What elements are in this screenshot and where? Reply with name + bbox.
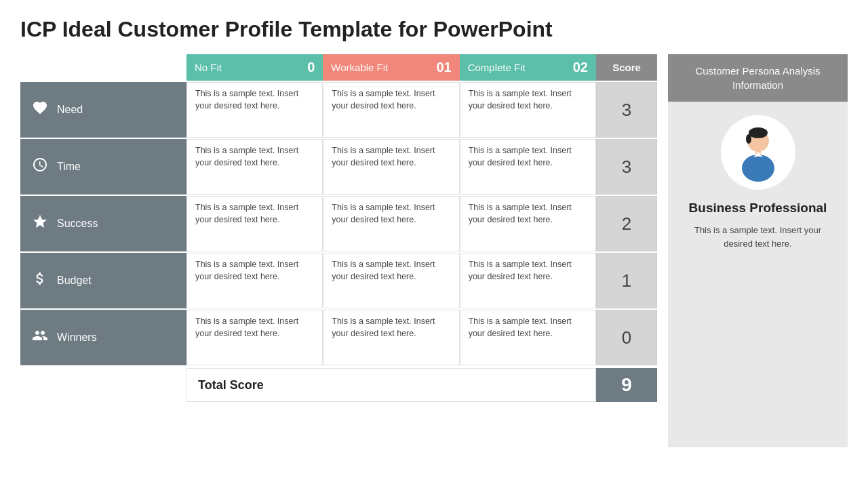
score-header: Score (596, 54, 657, 81)
complete-fit-cell[interactable]: This is a sample text. Insert your desir… (460, 196, 596, 251)
table-body: Need This is a sample text. Insert your … (20, 82, 657, 365)
row-label-budget: Budget (20, 253, 186, 308)
complete-fit-label: Complete Fit (468, 62, 526, 73)
persona-name: Business Professional (682, 201, 834, 216)
no-fit-cell[interactable]: This is a sample text. Insert your desir… (186, 253, 323, 308)
no-fit-cell[interactable]: This is a sample text. Insert your desir… (186, 310, 323, 365)
no-fit-num: 0 (307, 60, 315, 75)
avatar-svg (728, 122, 789, 183)
total-score: 9 (596, 368, 657, 402)
row-label-text: Winners (57, 331, 97, 344)
row-icon-winners (30, 327, 50, 348)
svg-point-3 (742, 155, 774, 182)
complete-fit-num: 02 (573, 60, 588, 75)
score-cell: 3 (596, 139, 657, 195)
header-empty-cell (20, 54, 186, 81)
total-empty-cell (20, 368, 186, 402)
table-row: Winners This is a sample text. Insert yo… (20, 310, 657, 365)
row-icon-time (30, 157, 50, 177)
workable-fit-num: 01 (436, 60, 451, 75)
no-fit-cell[interactable]: This is a sample text. Insert your desir… (186, 196, 323, 251)
row-icon-need (30, 100, 50, 120)
avatar (721, 115, 795, 190)
complete-fit-cell[interactable]: This is a sample text. Insert your desir… (460, 310, 596, 365)
total-label: Total Score (186, 368, 596, 402)
row-label-time: Time (20, 139, 186, 195)
row-icon-success (30, 214, 50, 234)
score-cell: 2 (596, 196, 657, 251)
persona-desc: This is a sample text. Insert your desir… (668, 224, 848, 250)
workable-fit-cell[interactable]: This is a sample text. Insert your desir… (323, 253, 459, 308)
right-panel: Customer Persona Analysis Information Bu… (668, 54, 848, 447)
score-cell: 0 (596, 310, 657, 365)
table-row: Success This is a sample text. Insert yo… (20, 196, 657, 251)
no-fit-cell[interactable]: This is a sample text. Insert your desir… (186, 82, 323, 138)
score-cell: 1 (596, 253, 657, 308)
svg-point-1 (749, 127, 768, 138)
table-row: Need This is a sample text. Insert your … (20, 82, 657, 138)
table-section: No Fit 0 Workable Fit 01 Complete Fit 02… (20, 54, 657, 402)
score-cell: 3 (596, 82, 657, 138)
main-layout: No Fit 0 Workable Fit 01 Complete Fit 02… (20, 54, 848, 447)
complete-fit-cell[interactable]: This is a sample text. Insert your desir… (460, 82, 596, 138)
score-label: Score (612, 62, 641, 73)
workable-fit-cell[interactable]: This is a sample text. Insert your desir… (323, 196, 459, 251)
row-label-success: Success (20, 196, 186, 251)
row-label-text: Need (57, 104, 83, 116)
workable-fit-cell[interactable]: This is a sample text. Insert your desir… (323, 82, 459, 138)
complete-fit-cell[interactable]: This is a sample text. Insert your desir… (460, 139, 596, 195)
page-title: ICP Ideal Customer Profile Template for … (20, 17, 848, 42)
workable-fit-label: Workable Fit (331, 62, 388, 73)
row-label-need: Need (20, 82, 186, 138)
workable-fit-cell[interactable]: This is a sample text. Insert your desir… (323, 310, 459, 365)
row-label-text: Success (57, 218, 98, 230)
total-row: Total Score 9 (20, 368, 657, 402)
table-row: Time This is a sample text. Insert your … (20, 139, 657, 195)
row-label-text: Budget (57, 274, 92, 287)
row-label-text: Time (57, 161, 81, 173)
panel-header: Customer Persona Analysis Information (668, 54, 848, 102)
svg-point-2 (746, 134, 751, 144)
no-fit-label: No Fit (195, 62, 222, 73)
row-label-winners: Winners (20, 310, 186, 365)
row-icon-budget (30, 270, 50, 291)
no-fit-header: No Fit 0 (186, 54, 323, 81)
workable-fit-cell[interactable]: This is a sample text. Insert your desir… (323, 139, 459, 195)
complete-fit-cell[interactable]: This is a sample text. Insert your desir… (460, 253, 596, 308)
table-header: No Fit 0 Workable Fit 01 Complete Fit 02… (20, 54, 657, 81)
complete-fit-header: Complete Fit 02 (460, 54, 596, 81)
table-row: Budget This is a sample text. Insert you… (20, 253, 657, 308)
workable-fit-header: Workable Fit 01 (323, 54, 459, 81)
no-fit-cell[interactable]: This is a sample text. Insert your desir… (186, 139, 323, 195)
